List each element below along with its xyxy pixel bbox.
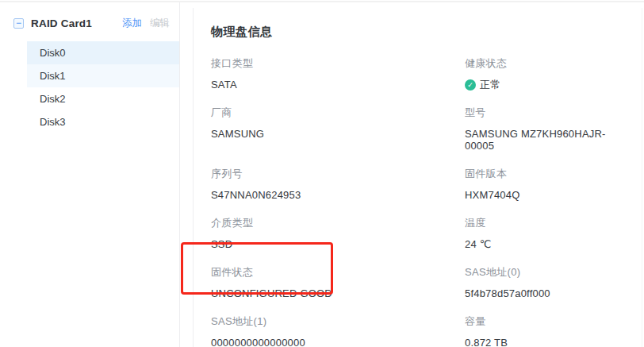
field-interface-type: 接口类型 SATA [211, 57, 465, 91]
field-value: 24 ℃ [465, 238, 623, 250]
raid-card-node: − RAID Card1 添加 编辑 [0, 2, 179, 38]
check-circle-icon: ✓ [465, 79, 476, 91]
field-label: 型号 [465, 106, 623, 118]
field-value: 0000000000000000 [211, 337, 465, 347]
field-label: 接口类型 [211, 57, 465, 69]
disk-item-disk0[interactable]: Disk0 [27, 41, 179, 64]
field-capacity: 容量 0.872 TB [465, 315, 623, 347]
edit-link[interactable]: 编辑 [150, 17, 170, 30]
fields-grid: 接口类型 SATA 健康状态 ✓ 正常 厂商 SAMSUNG 型号 SAMSUN… [211, 57, 623, 347]
field-vendor: 厂商 SAMSUNG [211, 106, 465, 152]
field-label: 固件状态 [211, 266, 465, 278]
field-value: ✓ 正常 [465, 79, 623, 91]
field-label: 厂商 [211, 106, 465, 118]
field-label: 健康状态 [465, 57, 623, 69]
collapse-icon[interactable]: − [13, 18, 24, 29]
tree-actions: 添加 编辑 [122, 17, 170, 30]
field-firmware-status: 固件状态 UNCONFIGURED GOOD [211, 266, 465, 299]
field-label: SAS地址(0) [465, 266, 623, 278]
field-firmware-version: 固件版本 HXM7404Q [465, 168, 623, 201]
field-serial-number: 序列号 S47NNA0N624953 [211, 168, 465, 201]
field-value: 5f4b78d57a0ff000 [465, 287, 623, 299]
field-value: UNCONFIGURED GOOD [211, 287, 465, 299]
field-label: SAS地址(1) [211, 315, 465, 327]
field-label: 介质类型 [211, 217, 465, 229]
field-value: SAMSUNG MZ7KH960HAJR-00005 [465, 128, 623, 152]
field-temperature: 温度 24 ℃ [465, 217, 623, 250]
field-label: 容量 [465, 315, 623, 327]
disk-item-disk3[interactable]: Disk3 [27, 110, 179, 133]
disk-list: Disk0 Disk1 Disk2 Disk3 [0, 41, 179, 133]
field-value: SAMSUNG [211, 128, 465, 140]
disk-item-disk2[interactable]: Disk2 [27, 87, 179, 110]
field-value: S47NNA0N624953 [211, 189, 465, 201]
add-link[interactable]: 添加 [122, 17, 142, 30]
raid-card-label[interactable]: RAID Card1 [31, 17, 92, 29]
field-sas-address-0: SAS地址(0) 5f4b78d57a0ff000 [465, 266, 623, 299]
field-label: 温度 [465, 217, 623, 229]
field-value: HXM7404Q [465, 189, 623, 201]
field-label: 序列号 [211, 168, 465, 179]
physical-disk-panel: 物理盘信息 接口类型 SATA 健康状态 ✓ 正常 厂商 SAMSUNG 型号 … [193, 8, 642, 347]
field-value: SSD [211, 238, 465, 250]
disk-tree-sidebar: − RAID Card1 添加 编辑 Disk0 Disk1 Disk2 Dis… [0, 2, 180, 347]
page-title: 物理盘信息 [211, 24, 623, 40]
field-sas-address-1: SAS地址(1) 0000000000000000 [211, 315, 465, 347]
field-model: 型号 SAMSUNG MZ7KH960HAJR-00005 [465, 106, 623, 152]
field-value: SATA [211, 79, 465, 91]
field-value: 0.872 TB [465, 337, 623, 347]
field-health-status: 健康状态 ✓ 正常 [465, 57, 623, 91]
disk-item-disk1[interactable]: Disk1 [27, 64, 179, 87]
field-label: 固件版本 [465, 168, 623, 179]
field-media-type: 介质类型 SSD [211, 217, 465, 250]
health-status-text: 正常 [480, 79, 500, 91]
